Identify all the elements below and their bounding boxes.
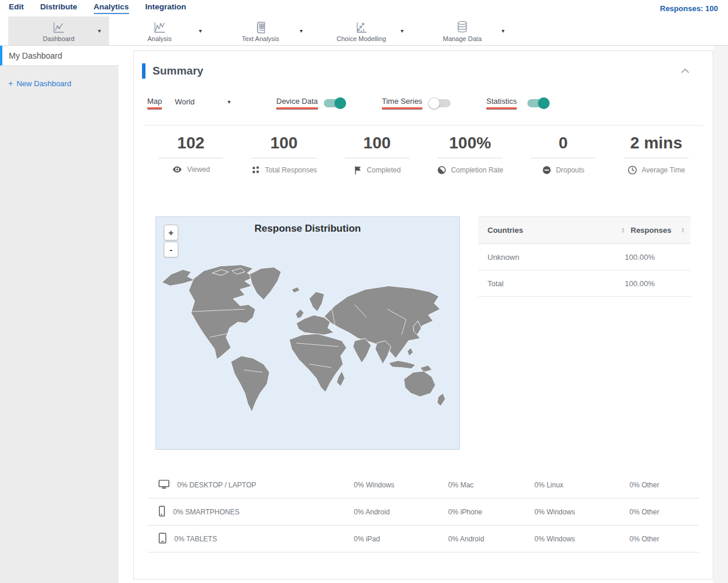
- line-chart-icon: [51, 20, 66, 34]
- stat-value: 102: [177, 133, 205, 153]
- table-row: Total 100.00%: [478, 270, 690, 297]
- device-os-cell: 0% iPhone: [448, 508, 534, 516]
- chevron-down-icon[interactable]: ▾: [300, 28, 303, 34]
- new-dashboard-button[interactable]: + New Dashboard: [8, 79, 118, 88]
- device-os-cell: 0% Windows: [534, 535, 629, 543]
- response-distribution-map[interactable]: Response Distribution + -: [155, 216, 460, 450]
- sort-icon[interactable]: ▲▼: [681, 228, 685, 233]
- zoom-out-button[interactable]: -: [164, 242, 178, 257]
- map-region-select[interactable]: World: [175, 97, 195, 106]
- time-series-toggle[interactable]: [429, 99, 451, 107]
- stat-value: 2 mins: [630, 133, 682, 153]
- table-row-desktop: 0% DESKTOP / LAPTOP 0% Windows 0% Mac 0%…: [147, 472, 699, 499]
- statistics-label: Statistics: [486, 97, 517, 109]
- device-os-cell: 0% Android: [354, 508, 448, 516]
- toolbar-dashboard[interactable]: Dashboard ▾: [8, 16, 109, 45]
- device-os-cell: 0% Windows: [534, 508, 629, 516]
- toolbar-label: Text Analysis: [242, 35, 279, 42]
- half-circle-icon: [437, 165, 446, 175]
- flag-icon: [353, 165, 362, 175]
- toolbar-label: Manage Data: [443, 35, 482, 42]
- stat-value: 0: [558, 133, 568, 153]
- nav-distribute[interactable]: Distribute: [40, 2, 77, 14]
- eye-icon: [172, 165, 182, 174]
- collapse-chevron-up-icon[interactable]: [679, 66, 692, 76]
- stat-average-time: 2 mins Average Time: [610, 133, 703, 175]
- plus-icon: +: [8, 79, 13, 88]
- stat-label: Dropouts: [556, 166, 585, 174]
- scatter-chart-icon: [354, 20, 368, 34]
- countries-table: Countries ▲▼ Responses ▲▼ Unknown 100.00…: [478, 216, 690, 297]
- device-os-cell: 0% Linux: [534, 481, 629, 489]
- sidebar-item-my-dashboard[interactable]: My Dashboard: [0, 46, 118, 66]
- chevron-down-icon[interactable]: ▾: [502, 28, 504, 34]
- stat-value: 100: [270, 133, 298, 153]
- chevron-down-icon[interactable]: ▾: [401, 28, 404, 34]
- chevron-down-icon[interactable]: ▾: [98, 28, 101, 34]
- toolbar-label: Analysis: [148, 35, 172, 42]
- stat-completed: 100 Completed: [330, 133, 424, 175]
- toolbar-analysis[interactable]: Analysis ▾: [109, 16, 210, 45]
- device-category: 0% TABLETS: [174, 535, 217, 543]
- device-os-cell: 0% Other: [629, 508, 699, 516]
- divider: [252, 158, 316, 158]
- accent-bar: [142, 63, 145, 79]
- device-data-toggle[interactable]: [324, 99, 345, 107]
- toggle-knob: [428, 97, 440, 109]
- stat-label: Completed: [367, 166, 401, 174]
- device-category: 0% SMARTPHONES: [173, 508, 239, 516]
- sort-icon[interactable]: ▲▼: [621, 228, 625, 233]
- world-map-svg: [156, 217, 459, 449]
- time-series-label: Time Series: [382, 97, 422, 109]
- device-os-cell: 0% Other: [629, 481, 699, 489]
- divider: [144, 125, 703, 126]
- device-os-cell: 0% Windows: [354, 481, 448, 489]
- countries-table-header: Countries ▲▼ Responses ▲▼: [478, 216, 690, 244]
- toggle-knob: [538, 97, 550, 109]
- stat-label: Viewed: [187, 165, 210, 174]
- map-zoom-controls: + -: [164, 225, 178, 257]
- chevron-down-icon[interactable]: ▾: [228, 99, 231, 105]
- new-dashboard-label: New Dashboard: [16, 79, 71, 88]
- summary-panel: Summary Map World ▾ Device Data Time Ser…: [133, 50, 713, 579]
- responses-column-header[interactable]: Responses: [631, 226, 671, 235]
- responses-cell: 100.00%: [625, 279, 685, 288]
- summary-controls: Map World ▾ Device Data Time Series Stat…: [134, 94, 713, 116]
- responses-cell: 100.00%: [625, 253, 685, 262]
- tablet-icon: [158, 533, 167, 545]
- divider: [531, 158, 595, 158]
- countries-column-header[interactable]: Countries: [487, 226, 523, 235]
- toolbar-text-analysis[interactable]: Text Analysis ▾: [210, 16, 311, 45]
- country-cell: Total: [487, 279, 625, 288]
- stat-completion-rate: 100% Completion Rate: [424, 133, 517, 175]
- nav-analytics[interactable]: Analytics: [94, 2, 129, 14]
- summary-header: Summary: [142, 63, 204, 79]
- summary-title: Summary: [153, 65, 204, 77]
- smartphone-icon: [158, 506, 166, 518]
- desktop-icon: [158, 479, 170, 491]
- device-os-cell: 0% Mac: [448, 481, 534, 489]
- device-table: 0% DESKTOP / LAPTOP 0% Windows 0% Mac 0%…: [147, 472, 699, 553]
- responses-count[interactable]: Responses: 100: [660, 4, 718, 13]
- zoom-in-button[interactable]: +: [164, 225, 178, 240]
- nav-integration[interactable]: Integration: [145, 2, 187, 14]
- stat-label: Average Time: [642, 166, 685, 174]
- device-os-cell: 0% Android: [448, 535, 534, 543]
- nav-edit[interactable]: Edit: [9, 2, 24, 14]
- device-category: 0% DESKTOP / LAPTOP: [177, 481, 256, 489]
- table-row: Unknown 100.00%: [478, 244, 690, 270]
- table-row-tablets: 0% TABLETS 0% iPad 0% Android 0% Windows…: [147, 526, 699, 553]
- stat-dropouts: 0 Dropouts: [517, 133, 610, 175]
- grid-dots-icon: [251, 165, 260, 175]
- chevron-down-icon[interactable]: ▾: [199, 28, 202, 34]
- stats-row: 102 Viewed 100 Total Responses 100: [144, 133, 703, 175]
- toolbar-choice-modelling[interactable]: Choice Modelling ▾: [311, 16, 412, 45]
- country-cell: Unknown: [487, 253, 625, 262]
- table-row-smartphones: 0% SMARTPHONES 0% Android 0% iPhone 0% W…: [147, 499, 699, 526]
- top-nav: Edit Distribute Analytics Integration Re…: [0, 0, 728, 16]
- toolbar-manage-data[interactable]: Manage Data ▾: [412, 16, 513, 45]
- map-label: Map: [147, 97, 162, 109]
- stat-value: 100%: [449, 133, 492, 153]
- toggle-knob: [334, 97, 346, 109]
- statistics-toggle[interactable]: [527, 99, 548, 107]
